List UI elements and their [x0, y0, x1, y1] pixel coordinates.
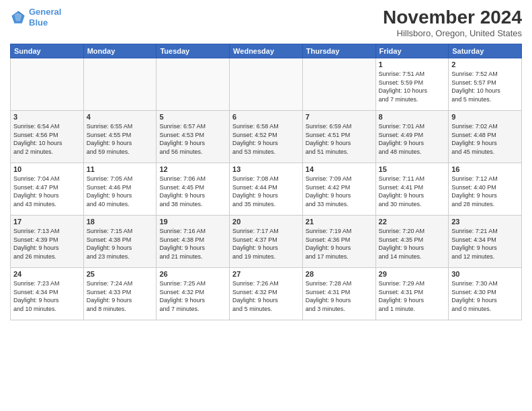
day-info: Sunrise: 7:30 AM Sunset: 4:30 PM Dayligh…	[451, 279, 519, 313]
day-number: 29	[379, 270, 446, 278]
calendar-cell: 28Sunrise: 7:28 AM Sunset: 4:31 PM Dayli…	[302, 268, 375, 320]
calendar-cell: 24Sunrise: 7:23 AM Sunset: 4:34 PM Dayli…	[11, 268, 84, 320]
weekday-header-monday: Monday	[83, 44, 157, 58]
calendar-cell	[11, 58, 84, 111]
day-number: 18	[87, 218, 154, 226]
day-number: 21	[306, 218, 373, 226]
day-number: 16	[451, 165, 519, 173]
calendar-cell: 8Sunrise: 7:01 AM Sunset: 4:49 PM Daylig…	[375, 111, 449, 163]
day-number: 8	[379, 113, 446, 121]
logo-text: General Blue	[29, 7, 61, 28]
weekday-header-tuesday: Tuesday	[157, 44, 230, 58]
day-number: 4	[87, 113, 154, 121]
calendar-cell: 16Sunrise: 7:12 AM Sunset: 4:40 PM Dayli…	[449, 163, 522, 216]
calendar-week-3: 10Sunrise: 7:04 AM Sunset: 4:47 PM Dayli…	[11, 163, 522, 216]
day-info: Sunrise: 7:20 AM Sunset: 4:35 PM Dayligh…	[379, 227, 446, 261]
calendar-cell	[230, 58, 303, 111]
day-info: Sunrise: 7:15 AM Sunset: 4:38 PM Dayligh…	[87, 227, 154, 261]
day-info: Sunrise: 7:06 AM Sunset: 4:45 PM Dayligh…	[159, 175, 226, 208]
day-number: 22	[379, 218, 446, 226]
day-number: 28	[306, 270, 373, 278]
calendar-cell: 21Sunrise: 7:19 AM Sunset: 4:36 PM Dayli…	[302, 216, 375, 268]
day-info: Sunrise: 7:13 AM Sunset: 4:39 PM Dayligh…	[13, 227, 81, 261]
day-number: 23	[451, 218, 519, 226]
calendar-cell	[83, 58, 157, 111]
calendar-cell: 3Sunrise: 6:54 AM Sunset: 4:56 PM Daylig…	[11, 111, 84, 163]
day-info: Sunrise: 7:11 AM Sunset: 4:41 PM Dayligh…	[379, 175, 446, 208]
day-info: Sunrise: 7:08 AM Sunset: 4:44 PM Dayligh…	[232, 175, 300, 208]
day-info: Sunrise: 7:21 AM Sunset: 4:34 PM Dayligh…	[451, 227, 519, 261]
day-number: 10	[13, 165, 81, 173]
day-number: 2	[451, 60, 519, 68]
day-info: Sunrise: 6:58 AM Sunset: 4:52 PM Dayligh…	[232, 122, 300, 156]
day-info: Sunrise: 6:54 AM Sunset: 4:56 PM Dayligh…	[13, 122, 81, 156]
day-number: 19	[159, 218, 226, 226]
calendar: SundayMondayTuesdayWednesdayThursdayFrid…	[10, 44, 522, 320]
weekday-header-wednesday: Wednesday	[230, 44, 303, 58]
calendar-cell: 12Sunrise: 7:06 AM Sunset: 4:45 PM Dayli…	[157, 163, 230, 216]
day-info: Sunrise: 7:29 AM Sunset: 4:31 PM Dayligh…	[379, 279, 446, 313]
day-number: 14	[306, 165, 373, 173]
day-number: 26	[159, 270, 226, 278]
calendar-cell: 6Sunrise: 6:58 AM Sunset: 4:52 PM Daylig…	[230, 111, 303, 163]
day-number: 13	[232, 165, 300, 173]
logo-icon	[10, 9, 26, 26]
day-info: Sunrise: 7:51 AM Sunset: 5:59 PM Dayligh…	[379, 70, 446, 103]
day-info: Sunrise: 6:57 AM Sunset: 4:53 PM Dayligh…	[159, 122, 226, 156]
day-info: Sunrise: 7:25 AM Sunset: 4:32 PM Dayligh…	[159, 279, 226, 313]
day-info: Sunrise: 7:01 AM Sunset: 4:49 PM Dayligh…	[379, 122, 446, 156]
day-number: 5	[159, 113, 226, 121]
day-info: Sunrise: 7:24 AM Sunset: 4:33 PM Dayligh…	[87, 279, 154, 313]
day-number: 30	[451, 270, 519, 278]
weekday-header-friday: Friday	[375, 44, 449, 58]
calendar-week-2: 3Sunrise: 6:54 AM Sunset: 4:56 PM Daylig…	[11, 111, 522, 163]
weekday-header-saturday: Saturday	[449, 44, 522, 58]
day-number: 6	[232, 113, 300, 121]
day-number: 3	[13, 113, 81, 121]
calendar-cell: 5Sunrise: 6:57 AM Sunset: 4:53 PM Daylig…	[157, 111, 230, 163]
day-info: Sunrise: 7:09 AM Sunset: 4:42 PM Dayligh…	[306, 175, 373, 208]
logo: General Blue	[10, 7, 61, 28]
day-number: 11	[87, 165, 154, 173]
day-info: Sunrise: 7:12 AM Sunset: 4:40 PM Dayligh…	[451, 175, 519, 208]
location: Hillsboro, Oregon, United States	[383, 28, 522, 38]
day-info: Sunrise: 7:17 AM Sunset: 4:37 PM Dayligh…	[232, 227, 300, 261]
day-number: 9	[451, 113, 519, 121]
calendar-cell: 18Sunrise: 7:15 AM Sunset: 4:38 PM Dayli…	[83, 216, 157, 268]
day-number: 27	[232, 270, 300, 278]
calendar-week-1: 1Sunrise: 7:51 AM Sunset: 5:59 PM Daylig…	[11, 58, 522, 111]
day-info: Sunrise: 6:55 AM Sunset: 4:55 PM Dayligh…	[87, 122, 154, 156]
header: General Blue November 2024 Hillsboro, Or…	[10, 7, 522, 38]
month-title: November 2024	[383, 7, 522, 28]
day-info: Sunrise: 7:28 AM Sunset: 4:31 PM Dayligh…	[306, 279, 373, 313]
page: General Blue November 2024 Hillsboro, Or…	[0, 0, 532, 411]
day-info: Sunrise: 6:59 AM Sunset: 4:51 PM Dayligh…	[306, 122, 373, 156]
day-number: 20	[232, 218, 300, 226]
day-info: Sunrise: 7:52 AM Sunset: 5:57 PM Dayligh…	[451, 70, 519, 103]
day-info: Sunrise: 7:23 AM Sunset: 4:34 PM Dayligh…	[13, 279, 81, 313]
calendar-cell: 30Sunrise: 7:30 AM Sunset: 4:30 PM Dayli…	[449, 268, 522, 320]
calendar-cell: 29Sunrise: 7:29 AM Sunset: 4:31 PM Dayli…	[375, 268, 449, 320]
day-number: 24	[13, 270, 81, 278]
weekday-header-thursday: Thursday	[302, 44, 375, 58]
calendar-cell: 2Sunrise: 7:52 AM Sunset: 5:57 PM Daylig…	[449, 58, 522, 111]
calendar-cell	[157, 58, 230, 111]
calendar-cell: 27Sunrise: 7:26 AM Sunset: 4:32 PM Dayli…	[230, 268, 303, 320]
calendar-cell: 25Sunrise: 7:24 AM Sunset: 4:33 PM Dayli…	[83, 268, 157, 320]
calendar-week-4: 17Sunrise: 7:13 AM Sunset: 4:39 PM Dayli…	[11, 216, 522, 268]
day-number: 17	[13, 218, 81, 226]
calendar-header: SundayMondayTuesdayWednesdayThursdayFrid…	[11, 44, 522, 58]
title-block: November 2024 Hillsboro, Oregon, United …	[383, 7, 522, 38]
day-info: Sunrise: 7:04 AM Sunset: 4:47 PM Dayligh…	[13, 175, 81, 208]
calendar-cell: 4Sunrise: 6:55 AM Sunset: 4:55 PM Daylig…	[83, 111, 157, 163]
calendar-cell: 11Sunrise: 7:05 AM Sunset: 4:46 PM Dayli…	[83, 163, 157, 216]
day-info: Sunrise: 7:19 AM Sunset: 4:36 PM Dayligh…	[306, 227, 373, 261]
day-info: Sunrise: 7:16 AM Sunset: 4:38 PM Dayligh…	[159, 227, 226, 261]
calendar-cell: 17Sunrise: 7:13 AM Sunset: 4:39 PM Dayli…	[11, 216, 84, 268]
calendar-cell: 14Sunrise: 7:09 AM Sunset: 4:42 PM Dayli…	[302, 163, 375, 216]
calendar-week-5: 24Sunrise: 7:23 AM Sunset: 4:34 PM Dayli…	[11, 268, 522, 320]
day-number: 25	[87, 270, 154, 278]
calendar-cell: 19Sunrise: 7:16 AM Sunset: 4:38 PM Dayli…	[157, 216, 230, 268]
day-info: Sunrise: 7:02 AM Sunset: 4:48 PM Dayligh…	[451, 122, 519, 156]
calendar-cell: 1Sunrise: 7:51 AM Sunset: 5:59 PM Daylig…	[375, 58, 449, 111]
